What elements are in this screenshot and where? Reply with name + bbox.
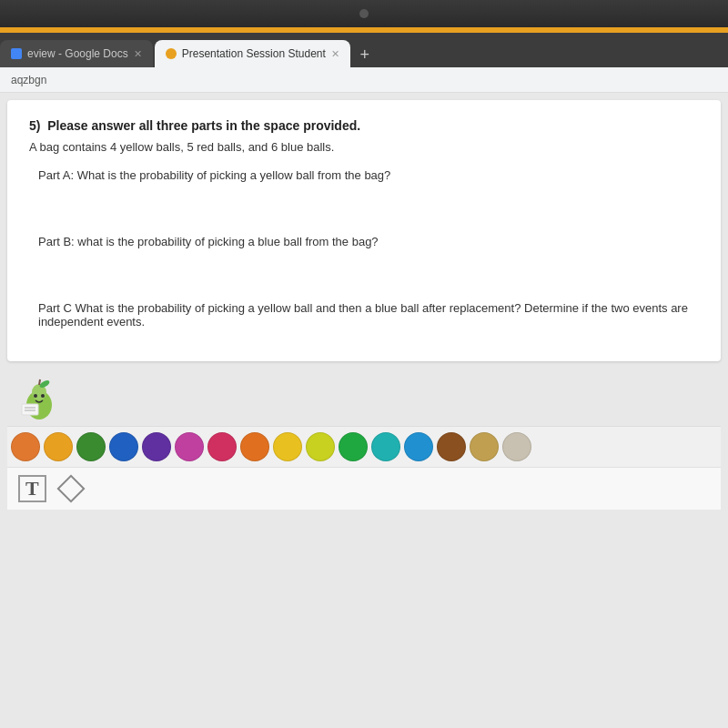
content-area: 5) Please answer all three parts in the … [0, 93, 728, 728]
new-tab-icon: + [360, 46, 370, 65]
color-dot-7[interactable] [240, 432, 269, 461]
color-dot-1[interactable] [44, 432, 73, 461]
part-c: Part C What is the probability of pickin… [29, 301, 699, 329]
svg-point-5 [41, 394, 45, 398]
color-dot-12[interactable] [404, 432, 433, 461]
color-dot-14[interactable] [470, 432, 499, 461]
tab2-label: Presentation Session Student [182, 47, 326, 60]
svg-line-3 [39, 379, 40, 385]
tab1-close[interactable]: ✕ [134, 48, 142, 60]
browser-chrome: eview - Google Docs ✕ Presentation Sessi… [0, 33, 728, 93]
question-intro: A bag contains 4 yellow balls, 5 red bal… [29, 140, 699, 154]
tab-bar: eview - Google Docs ✕ Presentation Sessi… [0, 33, 728, 67]
tab2-favicon [166, 48, 177, 59]
address-text: aqzbgn [11, 74, 46, 86]
color-dot-15[interactable] [502, 432, 531, 461]
tab-presentation[interactable]: Presentation Session Student ✕ [155, 40, 350, 67]
pear-character [15, 372, 65, 422]
color-dot-2[interactable] [76, 432, 106, 461]
part-b-space [29, 256, 699, 301]
tab1-favicon [11, 48, 22, 59]
color-dot-13[interactable] [437, 432, 466, 461]
color-dot-4[interactable] [142, 432, 171, 461]
color-dot-5[interactable] [175, 432, 204, 461]
color-dot-8[interactable] [273, 432, 302, 461]
text-tool[interactable]: T [18, 475, 46, 502]
color-dot-0[interactable] [11, 432, 40, 461]
tab2-close[interactable]: ✕ [331, 48, 339, 60]
color-dot-3[interactable] [109, 432, 138, 461]
color-dot-9[interactable] [306, 432, 335, 461]
drawing-toolbar: T [7, 467, 721, 510]
svg-point-4 [34, 394, 37, 398]
question-number: 5) Please answer all three parts in the … [29, 118, 699, 133]
character-area [7, 369, 721, 426]
address-bar[interactable]: aqzbgn [0, 67, 728, 93]
new-tab-button[interactable]: + [352, 42, 378, 67]
color-palette [7, 426, 721, 467]
part-a-space [29, 189, 699, 235]
color-dot-6[interactable] [207, 432, 237, 461]
camera-bar [0, 0, 728, 27]
shape-tool[interactable] [56, 474, 85, 502]
camera-dot [359, 9, 369, 18]
part-a: Part A: What is the probability of picki… [29, 168, 699, 182]
question-card: 5) Please answer all three parts in the … [7, 100, 721, 361]
color-dot-10[interactable] [339, 432, 368, 461]
tab-google-docs[interactable]: eview - Google Docs ✕ [0, 40, 153, 67]
color-dot-11[interactable] [371, 432, 400, 461]
part-b: Part B: what is the probability of picki… [29, 235, 699, 248]
svg-rect-6 [22, 404, 38, 415]
tab1-label: eview - Google Docs [27, 47, 128, 60]
